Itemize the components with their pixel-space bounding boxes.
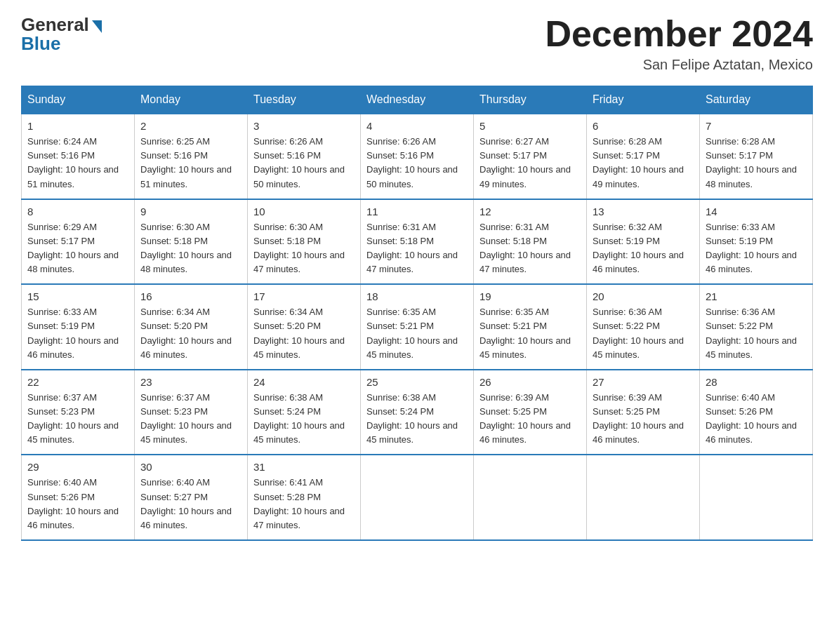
day-info: Sunrise: 6:29 AMSunset: 5:17 PMDaylight:… xyxy=(27,220,128,277)
calendar-header-wednesday: Wednesday xyxy=(361,86,474,114)
logo-arrow-icon xyxy=(92,20,102,33)
calendar-cell: 23 Sunrise: 6:37 AMSunset: 5:23 PMDaylig… xyxy=(135,370,248,455)
day-number: 10 xyxy=(253,206,355,217)
day-info: Sunrise: 6:40 AMSunset: 5:26 PMDaylight:… xyxy=(706,391,807,448)
calendar-cell: 8 Sunrise: 6:29 AMSunset: 5:17 PMDayligh… xyxy=(22,199,135,285)
calendar-cell: 30 Sunrise: 6:40 AMSunset: 5:27 PMDaylig… xyxy=(135,455,248,540)
day-number: 28 xyxy=(706,376,807,388)
logo: General Blue xyxy=(21,14,102,55)
calendar-cell: 26 Sunrise: 6:39 AMSunset: 5:25 PMDaylig… xyxy=(474,370,587,455)
day-number: 25 xyxy=(366,376,468,388)
day-number: 5 xyxy=(479,120,581,132)
calendar-cell: 14 Sunrise: 6:33 AMSunset: 5:19 PMDaylig… xyxy=(700,199,813,285)
calendar-cell: 17 Sunrise: 6:34 AMSunset: 5:20 PMDaylig… xyxy=(248,284,361,370)
calendar-week-row: 22 Sunrise: 6:37 AMSunset: 5:23 PMDaylig… xyxy=(22,370,813,455)
day-number: 8 xyxy=(27,206,128,217)
day-number: 31 xyxy=(253,461,355,473)
day-info: Sunrise: 6:38 AMSunset: 5:24 PMDaylight:… xyxy=(366,391,468,448)
calendar-cell: 20 Sunrise: 6:36 AMSunset: 5:22 PMDaylig… xyxy=(587,284,700,370)
calendar-cell: 5 Sunrise: 6:27 AMSunset: 5:17 PMDayligh… xyxy=(474,114,587,199)
calendar-cell xyxy=(361,455,474,540)
calendar-header-monday: Monday xyxy=(135,86,248,114)
calendar-header-tuesday: Tuesday xyxy=(248,86,361,114)
day-number: 12 xyxy=(479,206,581,217)
month-title: December 2024 xyxy=(545,14,813,54)
calendar-week-row: 8 Sunrise: 6:29 AMSunset: 5:17 PMDayligh… xyxy=(22,199,813,285)
calendar-cell: 16 Sunrise: 6:34 AMSunset: 5:20 PMDaylig… xyxy=(135,284,248,370)
calendar-cell: 29 Sunrise: 6:40 AMSunset: 5:26 PMDaylig… xyxy=(22,455,135,540)
calendar-cell: 7 Sunrise: 6:28 AMSunset: 5:17 PMDayligh… xyxy=(700,114,813,199)
calendar-cell: 25 Sunrise: 6:38 AMSunset: 5:24 PMDaylig… xyxy=(361,370,474,455)
page-header: General Blue December 2024 San Felipe Az… xyxy=(21,14,813,73)
day-info: Sunrise: 6:31 AMSunset: 5:18 PMDaylight:… xyxy=(479,220,581,277)
day-info: Sunrise: 6:26 AMSunset: 5:16 PMDaylight:… xyxy=(366,135,468,192)
calendar-table: SundayMondayTuesdayWednesdayThursdayFrid… xyxy=(21,86,813,541)
calendar-cell: 12 Sunrise: 6:31 AMSunset: 5:18 PMDaylig… xyxy=(474,199,587,285)
location-text: San Felipe Aztatan, Mexico xyxy=(545,57,813,73)
title-section: December 2024 San Felipe Aztatan, Mexico xyxy=(545,14,813,73)
day-number: 26 xyxy=(479,376,581,388)
day-info: Sunrise: 6:40 AMSunset: 5:27 PMDaylight:… xyxy=(140,476,241,532)
calendar-cell: 31 Sunrise: 6:41 AMSunset: 5:28 PMDaylig… xyxy=(248,455,361,540)
calendar-cell: 21 Sunrise: 6:36 AMSunset: 5:22 PMDaylig… xyxy=(700,284,813,370)
calendar-week-row: 1 Sunrise: 6:24 AMSunset: 5:16 PMDayligh… xyxy=(22,114,813,199)
day-info: Sunrise: 6:36 AMSunset: 5:22 PMDaylight:… xyxy=(593,305,694,362)
day-number: 6 xyxy=(593,120,694,132)
day-number: 23 xyxy=(140,376,241,388)
day-info: Sunrise: 6:27 AMSunset: 5:17 PMDaylight:… xyxy=(479,135,581,192)
day-number: 22 xyxy=(27,376,128,388)
day-number: 16 xyxy=(140,290,241,302)
calendar-cell: 10 Sunrise: 6:30 AMSunset: 5:18 PMDaylig… xyxy=(248,199,361,285)
calendar-cell: 9 Sunrise: 6:30 AMSunset: 5:18 PMDayligh… xyxy=(135,199,248,285)
calendar-cell xyxy=(587,455,700,540)
calendar-header-sunday: Sunday xyxy=(22,86,135,114)
day-number: 7 xyxy=(706,120,807,132)
day-info: Sunrise: 6:33 AMSunset: 5:19 PMDaylight:… xyxy=(27,305,128,362)
calendar-cell: 13 Sunrise: 6:32 AMSunset: 5:19 PMDaylig… xyxy=(587,199,700,285)
day-info: Sunrise: 6:28 AMSunset: 5:17 PMDaylight:… xyxy=(706,135,807,192)
calendar-cell: 6 Sunrise: 6:28 AMSunset: 5:17 PMDayligh… xyxy=(587,114,700,199)
day-number: 3 xyxy=(253,120,355,132)
logo-blue-text: Blue xyxy=(21,33,60,55)
day-info: Sunrise: 6:39 AMSunset: 5:25 PMDaylight:… xyxy=(593,391,694,448)
day-info: Sunrise: 6:39 AMSunset: 5:25 PMDaylight:… xyxy=(479,391,581,448)
calendar-cell: 4 Sunrise: 6:26 AMSunset: 5:16 PMDayligh… xyxy=(361,114,474,199)
day-number: 14 xyxy=(706,206,807,217)
day-info: Sunrise: 6:41 AMSunset: 5:28 PMDaylight:… xyxy=(253,476,355,532)
day-info: Sunrise: 6:32 AMSunset: 5:19 PMDaylight:… xyxy=(593,220,694,277)
day-info: Sunrise: 6:37 AMSunset: 5:23 PMDaylight:… xyxy=(27,391,128,448)
calendar-cell: 28 Sunrise: 6:40 AMSunset: 5:26 PMDaylig… xyxy=(700,370,813,455)
day-info: Sunrise: 6:31 AMSunset: 5:18 PMDaylight:… xyxy=(366,220,468,277)
day-number: 9 xyxy=(140,206,241,217)
calendar-week-row: 15 Sunrise: 6:33 AMSunset: 5:19 PMDaylig… xyxy=(22,284,813,370)
calendar-header-row: SundayMondayTuesdayWednesdayThursdayFrid… xyxy=(22,86,813,114)
day-number: 18 xyxy=(366,290,468,302)
day-number: 17 xyxy=(253,290,355,302)
calendar-cell: 27 Sunrise: 6:39 AMSunset: 5:25 PMDaylig… xyxy=(587,370,700,455)
day-info: Sunrise: 6:30 AMSunset: 5:18 PMDaylight:… xyxy=(140,220,241,277)
calendar-header-saturday: Saturday xyxy=(700,86,813,114)
day-number: 20 xyxy=(593,290,694,302)
day-info: Sunrise: 6:36 AMSunset: 5:22 PMDaylight:… xyxy=(706,305,807,362)
day-number: 1 xyxy=(27,120,128,132)
day-number: 13 xyxy=(593,206,694,217)
day-info: Sunrise: 6:25 AMSunset: 5:16 PMDaylight:… xyxy=(140,135,241,192)
day-info: Sunrise: 6:38 AMSunset: 5:24 PMDaylight:… xyxy=(253,391,355,448)
calendar-cell: 11 Sunrise: 6:31 AMSunset: 5:18 PMDaylig… xyxy=(361,199,474,285)
calendar-header-friday: Friday xyxy=(587,86,700,114)
day-info: Sunrise: 6:33 AMSunset: 5:19 PMDaylight:… xyxy=(706,220,807,277)
day-info: Sunrise: 6:28 AMSunset: 5:17 PMDaylight:… xyxy=(593,135,694,192)
day-number: 27 xyxy=(593,376,694,388)
calendar-cell: 1 Sunrise: 6:24 AMSunset: 5:16 PMDayligh… xyxy=(22,114,135,199)
calendar-header-thursday: Thursday xyxy=(474,86,587,114)
day-info: Sunrise: 6:37 AMSunset: 5:23 PMDaylight:… xyxy=(140,391,241,448)
calendar-cell: 24 Sunrise: 6:38 AMSunset: 5:24 PMDaylig… xyxy=(248,370,361,455)
calendar-cell: 15 Sunrise: 6:33 AMSunset: 5:19 PMDaylig… xyxy=(22,284,135,370)
day-info: Sunrise: 6:35 AMSunset: 5:21 PMDaylight:… xyxy=(479,305,581,362)
day-number: 24 xyxy=(253,376,355,388)
day-number: 19 xyxy=(479,290,581,302)
calendar-cell: 19 Sunrise: 6:35 AMSunset: 5:21 PMDaylig… xyxy=(474,284,587,370)
day-info: Sunrise: 6:34 AMSunset: 5:20 PMDaylight:… xyxy=(253,305,355,362)
day-number: 30 xyxy=(140,461,241,473)
calendar-cell xyxy=(474,455,587,540)
